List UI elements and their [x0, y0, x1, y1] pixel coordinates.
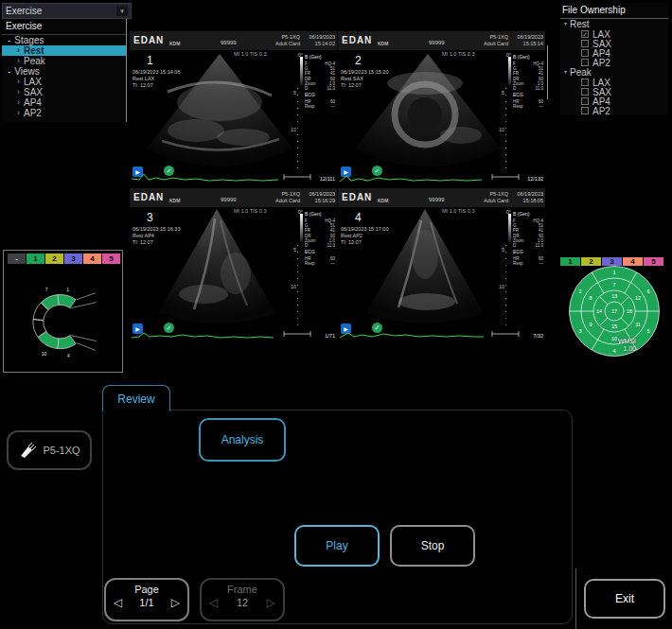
ecg-params: ECG HR60 Resp— — [305, 92, 335, 109]
scale-bar — [491, 173, 520, 181]
mi-tis-readout: MI 1.0 TIS 0.3 — [234, 51, 266, 57]
tree-item-peak[interactable]: ›Peak — [2, 56, 126, 66]
view-segment-diagram: 7 1 10 4 — [25, 286, 104, 359]
ownership-item-peak-lax[interactable]: LAX — [560, 78, 668, 87]
ownership-item-peak-sax[interactable]: SAX — [560, 87, 668, 96]
ownership-group-rest[interactable]: ▾Rest — [560, 19, 668, 29]
tree-item-rest[interactable]: ›Rest — [2, 45, 126, 56]
checkbox-checked[interactable]: ✓ — [581, 30, 589, 38]
ecg-trace — [340, 323, 489, 341]
frame-prev-icon: ◁ — [209, 596, 218, 609]
stop-button[interactable]: Stop — [390, 525, 475, 567]
collapse-icon[interactable]: ▾ — [564, 67, 567, 78]
edan-logo: EDAN — [342, 35, 372, 45]
exit-panel-divider — [575, 568, 576, 629]
collapse-icon[interactable]: ▾ — [564, 19, 567, 29]
checkbox-unchecked[interactable] — [581, 59, 589, 66]
score-legend-right: 12345 — [560, 257, 663, 266]
tree-item-lax[interactable]: ›LAX — [2, 77, 126, 87]
tab-review[interactable]: Review — [102, 385, 170, 411]
depth-ruler — [297, 245, 298, 326]
ultrasound-image-2[interactable]: EDAN KDM 99999 P5-1XQAdult Card 06/19/20… — [338, 31, 546, 188]
bullseye-segment-17: 17 — [611, 308, 617, 314]
scale-bar — [491, 330, 520, 338]
analysis-button[interactable]: Analysis — [199, 418, 286, 462]
score-swatch-4: 4 — [83, 253, 101, 264]
page-next-icon[interactable]: ▷ — [171, 596, 180, 609]
wmsi-readout: WMSI 1.00 — [594, 338, 636, 353]
score-legend-left: -12345 — [8, 253, 120, 264]
frame-counter: 1/71 — [325, 333, 335, 339]
ultrasound-fan — [338, 50, 506, 169]
ultrasound-image-4[interactable]: EDAN KDM 99999 P5-1XQAdult Card 06/19/20… — [338, 188, 546, 345]
ecg-trace — [132, 166, 281, 184]
ultrasound-image-3[interactable]: EDAN KDM 99999 P5-1XQAdult Card 06/19/20… — [130, 188, 338, 345]
b-mode-params: B (Gen)FHQ-4G51FR41DR60Zoom1.0D11.0 — [305, 54, 335, 91]
chevron-down-icon: ▾ — [116, 6, 128, 16]
tree-item-ap4[interactable]: ›AP4 — [2, 97, 126, 108]
bullseye-segment-9: 9 — [589, 322, 592, 327]
ecg-params: ECG HR60 Resp— — [305, 249, 335, 266]
ownership-item-rest-ap4[interactable]: AP4 — [560, 48, 668, 58]
bullseye-segment-5: 5 — [646, 328, 649, 334]
tree-group-views[interactable]: -Views — [2, 66, 126, 77]
image-header: EDAN KDM 99999 P5-1XQAdult Card 06/19/20… — [130, 31, 337, 50]
ownership-item-rest-sax[interactable]: SAX — [560, 39, 668, 48]
frame-counter: 12/132 — [527, 176, 543, 182]
page-stepper[interactable]: Page ◁ 1/1 ▷ — [104, 578, 189, 621]
checkbox-unchecked[interactable] — [581, 107, 589, 114]
grayscale-bar — [300, 57, 303, 85]
file-ownership-title: File Ownership — [560, 3, 668, 19]
checkbox-unchecked[interactable] — [581, 97, 589, 105]
page-label: Page — [106, 584, 187, 595]
mi-tis-readout: MI 1.0 TIS 0.3 — [442, 51, 474, 57]
exercise-tree-panel: Exercise -Stages›Rest›Peak-Views›LAX›SAX… — [2, 19, 127, 122]
svg-text:1: 1 — [66, 288, 69, 292]
ownership-item-peak-ap4[interactable]: AP4 — [560, 96, 668, 106]
image-header: EDAN KDM 99999 P5-1XQAdult Card 06/19/20… — [338, 31, 545, 50]
protocol-dropdown[interactable]: Exercise ▾ — [2, 3, 132, 19]
score-swatch-1: 1 — [27, 253, 44, 264]
tree-item-sax[interactable]: ›SAX — [2, 87, 126, 97]
play-button[interactable]: Play — [294, 525, 380, 567]
edan-logo: EDAN — [133, 192, 164, 202]
tree-group-stages[interactable]: -Stages — [2, 35, 126, 45]
exit-button[interactable]: Exit — [584, 579, 665, 619]
ecg-params: ECG HR60 Resp— — [513, 92, 543, 109]
page-value: 1/1 — [139, 597, 153, 608]
image-header: EDAN KDM 99999 P5-1XQAdult Card 06/19/20… — [338, 188, 545, 207]
score-swatch-3: 3 — [64, 253, 82, 264]
ultrasound-fan — [130, 207, 298, 326]
ecg-trace — [132, 323, 281, 341]
image-index: 3 — [147, 211, 153, 224]
file-ownership-panel: File Ownership ▾Rest✓LAXSAXAP4AP2▾PeakLA… — [560, 3, 668, 115]
bullseye-segment-3: 3 — [578, 328, 581, 334]
page-prev-icon[interactable]: ◁ — [114, 596, 122, 609]
checkbox-unchecked[interactable] — [581, 88, 589, 96]
score-swatch-5: 5 — [102, 253, 120, 264]
probe-button[interactable]: P5-1XQ — [7, 430, 92, 470]
image-index: 2 — [355, 54, 362, 67]
ownership-item-rest-ap2[interactable]: AP2 — [560, 58, 668, 67]
mi-tis-readout: MI 1.0 TIS 0.3 — [234, 208, 266, 214]
bullseye-segment-14: 14 — [596, 308, 602, 314]
grayscale-bar — [300, 214, 303, 242]
checkbox-unchecked[interactable] — [581, 49, 589, 57]
svg-text:10: 10 — [42, 352, 47, 357]
ownership-group-peak[interactable]: ▾Peak — [560, 67, 668, 78]
quad-image-area: EDAN KDM 99999 P5-1XQAdult Card 06/19/20… — [130, 31, 546, 345]
grayscale-bar — [508, 214, 511, 242]
checkbox-unchecked[interactable] — [581, 79, 589, 86]
edan-logo: EDAN — [342, 192, 372, 202]
exercise-tree-root: Exercise — [2, 19, 126, 35]
ownership-item-peak-ap2[interactable]: AP2 — [560, 106, 668, 115]
ecg-trace — [340, 166, 489, 184]
score-swatch-4: 4 — [623, 257, 643, 266]
score-swatch-2: 2 — [581, 257, 601, 266]
checkbox-unchecked[interactable] — [581, 40, 589, 47]
bullseye-segment-6: 6 — [646, 288, 649, 294]
protocol-dropdown-value: Exercise — [6, 6, 42, 16]
ultrasound-image-1[interactable]: EDAN KDM 99999 P5-1XQAdult Card 06/19/20… — [130, 31, 338, 188]
ownership-item-rest-lax[interactable]: ✓LAX — [560, 29, 668, 39]
tree-item-ap2[interactable]: ›AP2 — [2, 108, 126, 118]
